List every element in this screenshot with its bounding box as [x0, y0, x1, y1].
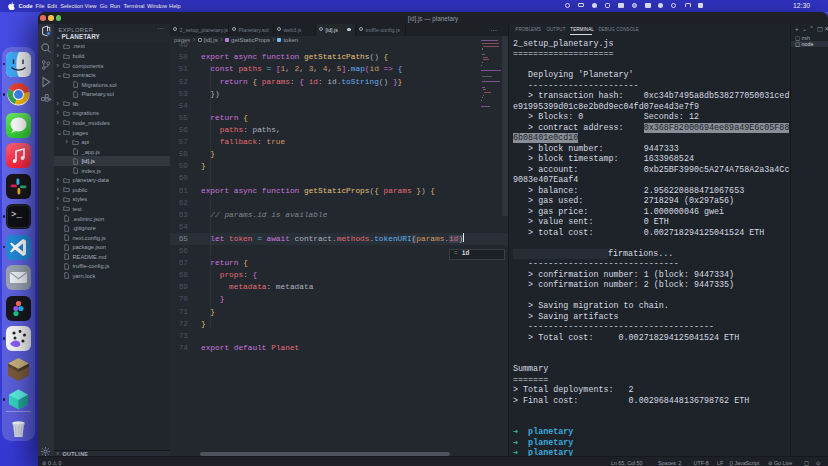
svg-text:>_: >_ — [11, 210, 22, 220]
